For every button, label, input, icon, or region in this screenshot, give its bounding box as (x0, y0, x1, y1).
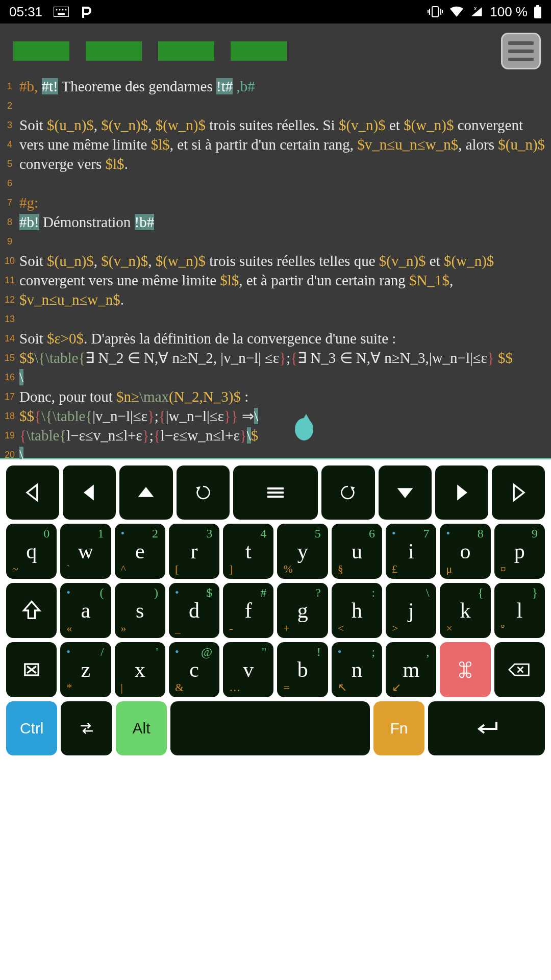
key-switch[interactable] (61, 701, 112, 755)
key-space[interactable] (170, 701, 370, 755)
key-end[interactable] (492, 465, 545, 520)
svg-rect-5 (58, 13, 65, 15)
key-s[interactable]: )s» (115, 583, 165, 638)
signal-icon: x (470, 6, 484, 18)
key-u[interactable]: 6u§ (332, 524, 382, 579)
key-row-3: •/z*'x|•@c&"v…!b=•;n↖,m↙ (6, 642, 545, 697)
keyboard: 0q~1w`•2e^3r[4t]5y%6u§•7i£•8oμ9p¤ •(a«)s… (0, 459, 551, 980)
key-q[interactable]: 0q~ (6, 524, 57, 579)
toolbar-button-3[interactable] (158, 41, 214, 61)
toolbar-button-1[interactable] (13, 41, 69, 61)
toolbar-button-4[interactable] (231, 41, 287, 61)
svg-rect-6 (432, 7, 438, 17)
svg-point-2 (59, 9, 61, 11)
svg-rect-9 (534, 7, 541, 18)
status-time: 05:31 (9, 4, 42, 20)
key-p[interactable]: 9p¤ (494, 524, 545, 579)
keyboard-icon (54, 7, 69, 17)
vibrate-icon (428, 5, 443, 18)
key-j[interactable]: \j> (386, 583, 436, 638)
status-bar: 05:31 x 100 % (0, 0, 551, 23)
toolbar (0, 23, 551, 77)
key-k[interactable]: {k× (440, 583, 490, 638)
key-home[interactable] (6, 465, 59, 520)
key-row-1: 0q~1w`•2e^3r[4t]5y%6u§•7i£•8oμ9p¤ (6, 524, 545, 579)
svg-rect-12 (267, 496, 284, 498)
key-t[interactable]: 4t] (223, 524, 273, 579)
key-l[interactable]: }l° (494, 583, 545, 638)
key-cut[interactable] (6, 642, 57, 697)
key-o[interactable]: •8oμ (440, 524, 490, 579)
cursor-handle[interactable] (295, 418, 313, 440)
battery-icon (534, 5, 542, 18)
key-enter[interactable] (428, 701, 545, 755)
battery-percent: 100 % (490, 4, 528, 20)
key-left[interactable] (63, 465, 116, 520)
svg-point-3 (62, 9, 64, 11)
key-b[interactable]: !b= (277, 642, 328, 697)
key-a[interactable]: •(a« (60, 583, 111, 638)
key-fn[interactable]: Fn (373, 701, 424, 755)
key-right[interactable] (435, 465, 488, 520)
toolbar-button-2[interactable] (86, 41, 142, 61)
svg-rect-10 (267, 487, 284, 489)
key-w[interactable]: 1w` (60, 524, 111, 579)
svg-point-4 (65, 9, 67, 11)
key-z[interactable]: •/z* (60, 642, 111, 697)
wifi-icon (449, 6, 464, 18)
key-x[interactable]: 'x| (115, 642, 165, 697)
key-y[interactable]: 5y% (277, 524, 328, 579)
svg-rect-8 (536, 5, 539, 7)
svg-rect-11 (267, 492, 284, 494)
key-undo[interactable] (177, 465, 230, 520)
key-f[interactable]: #f- (223, 583, 273, 638)
line-gutter: 1234567891011121314151617181920 (0, 77, 19, 460)
key-v[interactable]: "v… (223, 642, 273, 697)
key-down[interactable] (379, 465, 432, 520)
editor-text[interactable]: #b, #t! Theoreme des gendarmes !t# ,b# S… (19, 77, 551, 460)
menu-button[interactable] (501, 33, 541, 69)
key-h[interactable]: :h< (332, 583, 382, 638)
key-backspace[interactable] (494, 642, 545, 697)
key-menu[interactable] (233, 465, 318, 520)
key-r[interactable]: 3r[ (169, 524, 219, 579)
svg-text:x: x (474, 6, 477, 11)
key-i[interactable]: •7i£ (386, 524, 436, 579)
key-m[interactable]: ,m↙ (386, 642, 436, 697)
key-n[interactable]: •;n↖ (332, 642, 382, 697)
app-icon (80, 5, 93, 18)
key-ctrl[interactable]: Ctrl (6, 701, 57, 755)
editor-pane: 1234567891011121314151617181920 #b, #t! … (0, 23, 551, 459)
key-g[interactable]: ?g+ (277, 583, 328, 638)
key-c[interactable]: •@c& (169, 642, 219, 697)
key-command[interactable] (440, 642, 490, 697)
svg-point-1 (56, 9, 58, 11)
key-redo[interactable] (321, 465, 374, 520)
key-d[interactable]: •$d_ (169, 583, 219, 638)
key-up[interactable] (119, 465, 172, 520)
svg-rect-0 (54, 7, 69, 17)
key-e[interactable]: •2e^ (115, 524, 165, 579)
key-row-2: •(a«)s»•$d_#f-?g+:h<\j>{k×}l° (6, 583, 545, 638)
key-alt[interactable]: Alt (116, 701, 167, 755)
key-shift[interactable] (6, 583, 57, 638)
